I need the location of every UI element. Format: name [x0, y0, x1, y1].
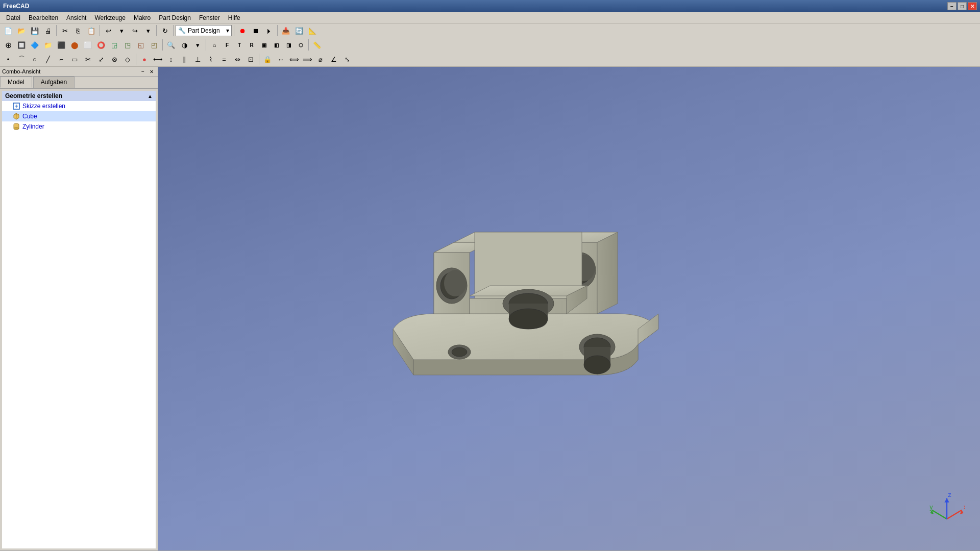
constraint-point-button[interactable]: ● [138, 54, 151, 65]
svg-text:z: z [948, 491, 951, 498]
tab-aufgaben[interactable]: Aufgaben [33, 77, 75, 88]
trim-button[interactable]: ✂ [82, 54, 94, 65]
circle-button[interactable]: ○ [29, 54, 41, 65]
sep11 [259, 54, 259, 65]
pocket-button[interactable]: ⬜ [82, 39, 94, 51]
view-right-button[interactable]: R [246, 39, 257, 51]
constraint-snell-button[interactable]: ⤡ [341, 54, 353, 65]
constraint-perpendicular-button[interactable]: ⊥ [191, 54, 204, 65]
view-modes-button[interactable]: ◑ [178, 39, 190, 51]
workbench-dropdown[interactable]: 🔧 Part Design ▾ [176, 25, 232, 36]
line-button[interactable]: ╱ [42, 54, 54, 65]
tab-model[interactable]: Model [0, 77, 32, 88]
constraint-distance-button[interactable]: ↔ [275, 54, 287, 65]
3d-model [373, 156, 730, 462]
extend-button[interactable]: ⤢ [95, 54, 107, 65]
tree-item-zylinder[interactable]: Zylinder [2, 121, 156, 132]
constraint-vertical-dist-button[interactable]: ⟹ [301, 54, 313, 65]
menu-item-werkzeuge[interactable]: Werkzeuge [90, 13, 129, 22]
tree-item-skizze[interactable]: Skizze erstellen [2, 101, 156, 111]
constraint-lock-button[interactable]: 🔒 [261, 54, 274, 65]
group-button[interactable]: 📁 [42, 39, 54, 51]
construction-button[interactable]: ◇ [121, 54, 134, 65]
import-button[interactable]: 📥 [280, 25, 292, 36]
rect-button[interactable]: ▭ [68, 54, 81, 65]
view-home-button[interactable]: ⌂ [208, 39, 220, 51]
view-left-button[interactable]: ◧ [271, 39, 282, 51]
draft-button[interactable]: ◱ [135, 39, 147, 51]
new-button[interactable]: 📄 [2, 25, 14, 36]
constraint-equal-button[interactable]: = [218, 54, 230, 65]
menu-item-part design[interactable]: Part Design [155, 13, 195, 22]
origin-button[interactable]: ⊕ [2, 39, 14, 51]
thickness-button[interactable]: ◰ [148, 39, 160, 51]
constraint-vertical-button[interactable]: ↕ [165, 54, 177, 65]
menu-item-fenster[interactable]: Fenster [195, 13, 224, 22]
body-button[interactable]: 🔲 [15, 39, 28, 51]
menubar: DateiBearbeitenAnsichtWerkzeugeMakroPart… [0, 12, 980, 23]
fillet-button[interactable]: ◲ [108, 39, 120, 51]
polyline-button[interactable]: ⌐ [55, 54, 67, 65]
menu-item-ansicht[interactable]: Ansicht [62, 13, 90, 22]
refresh-button[interactable]: ↻ [159, 25, 171, 36]
constraint-tangent-button[interactable]: ⌇ [205, 54, 217, 65]
constraint-horizontal-button[interactable]: ⟷ [152, 54, 164, 65]
menu-item-hilfe[interactable]: Hilfe [224, 13, 244, 22]
tree-item-cube[interactable]: Cube [2, 111, 156, 121]
groove-button[interactable]: ⭕ [95, 39, 107, 51]
constraint-radius-button[interactable]: ⌀ [314, 54, 327, 65]
view-iso-button[interactable]: ⬡ [295, 39, 306, 51]
sep2 [100, 25, 100, 36]
external-button[interactable]: ⊗ [108, 54, 120, 65]
menu-item-bearbeiten[interactable]: Bearbeiten [24, 13, 62, 22]
constraint-block-button[interactable]: ⊡ [244, 54, 257, 65]
zoom-fit-button[interactable]: 🔍 [165, 39, 177, 51]
maximize-button[interactable]: □ [958, 2, 967, 10]
part-button[interactable]: 🔷 [29, 39, 41, 51]
cut-button[interactable]: ✂ [59, 25, 71, 36]
undo-button[interactable]: ↩ [102, 25, 114, 36]
view-top-button[interactable]: T [234, 39, 245, 51]
export-button[interactable]: 🔄 [293, 25, 305, 36]
minimize-button[interactable]: − [947, 2, 957, 10]
copy-button[interactable]: ⎘ [72, 25, 84, 36]
point-button[interactable]: • [2, 54, 14, 65]
stop-macro-button[interactable]: ⏹ [250, 25, 262, 36]
tree-area: Geometrie erstellen ▲ Skizze erstellen [2, 91, 156, 548]
open-button[interactable]: 📂 [15, 25, 28, 36]
paste-button[interactable]: 📋 [85, 25, 97, 36]
menu-item-makro[interactable]: Makro [130, 13, 155, 22]
view-bottom-button[interactable]: ◨ [283, 39, 294, 51]
undo-dropdown[interactable]: ▾ [115, 25, 128, 36]
measure-button[interactable]: 📐 [306, 25, 318, 36]
constraint-parallel-button[interactable]: ∥ [178, 54, 190, 65]
collapse-icon: ▲ [148, 93, 153, 99]
arc-button[interactable]: ⌒ [15, 54, 28, 65]
redo-dropdown[interactable]: ▾ [142, 25, 154, 36]
constraint-angle-button[interactable]: ∠ [328, 54, 340, 65]
panel-collapse-button[interactable]: − [139, 68, 146, 75]
record-macro-button[interactable]: ⏺ [236, 25, 249, 36]
view-modes-dropdown[interactable]: ▾ [191, 39, 204, 51]
svg-point-19 [509, 309, 548, 329]
chamfer-button[interactable]: ◳ [121, 39, 134, 51]
redo-button[interactable]: ↪ [129, 25, 141, 36]
play-macro-button[interactable]: ⏵ [263, 25, 275, 36]
view-rear-button[interactable]: ▣ [258, 39, 270, 51]
constraint-symmetric-button[interactable]: ⇔ [231, 54, 243, 65]
tree-section-header[interactable]: Geometrie erstellen ▲ [2, 91, 156, 101]
menu-item-datei[interactable]: Datei [2, 13, 24, 22]
toolbar-row-2: ⊕ 🔲 🔷 📁 ⬛ ⬤ ⬜ ⭕ ◲ ◳ ◱ ◰ 🔍 ◑ ▾ ⌂ F T R ▣ … [0, 38, 980, 52]
view-front-button[interactable]: F [222, 39, 233, 51]
close-button[interactable]: ✕ [968, 2, 977, 10]
print-button[interactable]: 🖨 [42, 25, 54, 36]
panel-close-button[interactable]: ✕ [148, 68, 156, 75]
revolution-button[interactable]: ⬤ [68, 39, 81, 51]
window-controls: − □ ✕ [947, 2, 977, 10]
pad-button[interactable]: ⬛ [55, 39, 67, 51]
viewport[interactable]: x y z [158, 67, 980, 550]
measure-tool-button[interactable]: 📏 [311, 39, 323, 51]
sep6 [277, 25, 278, 36]
constraint-horizontal-dist-button[interactable]: ⟺ [288, 54, 300, 65]
save-button[interactable]: 💾 [29, 25, 41, 36]
